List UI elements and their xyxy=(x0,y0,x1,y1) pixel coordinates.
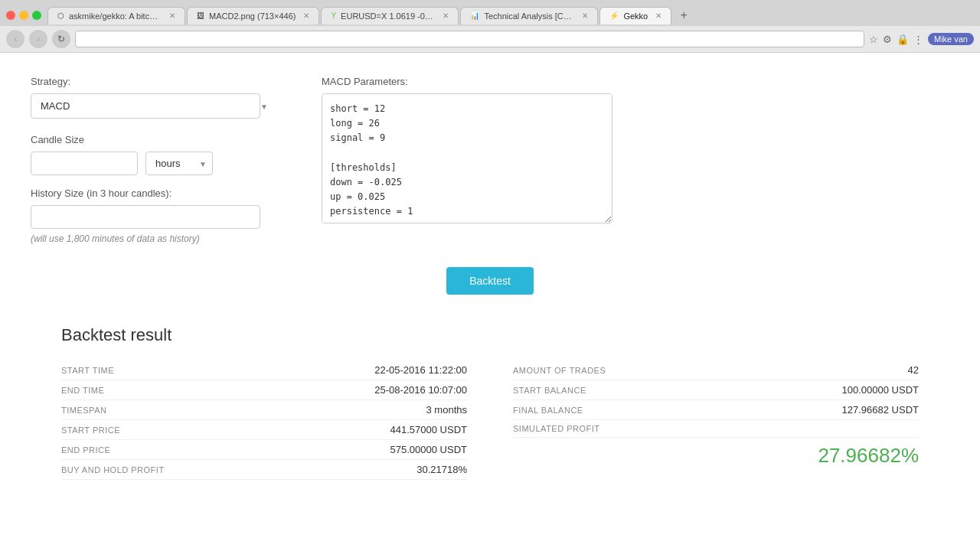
tab-close-icon[interactable]: ✕ xyxy=(443,11,449,20)
toolbar-icons: ☆ ⚙ 🔒 ⋮ Mike van xyxy=(869,33,974,45)
result-section: Backtest result START TIME 22-05-2016 11… xyxy=(31,325,949,480)
start-price-key: START PRICE xyxy=(61,425,120,435)
minimize-window-button[interactable] xyxy=(19,11,28,20)
page-content: Strategy: MACD RSI DEMA PPO StochRSI ▼ C… xyxy=(0,53,980,551)
strategy-select-arrow-icon: ▼ xyxy=(260,102,268,110)
amount-trades-value: 42 xyxy=(908,364,919,376)
strategy-select-wrapper: MACD RSI DEMA PPO StochRSI ▼ xyxy=(31,93,276,119)
candle-unit-select[interactable]: minutes hours days xyxy=(145,152,213,175)
candle-size-row: 3 minutes hours days ▼ xyxy=(31,152,276,175)
end-time-value: 25-08-2016 10:07:00 xyxy=(374,384,467,396)
final-balance-key: FINAL BALANCE xyxy=(513,406,583,415)
history-note: (will use 1,800 minutes of data as histo… xyxy=(31,233,276,244)
forward-button[interactable]: › xyxy=(29,30,47,48)
left-form: Strategy: MACD RSI DEMA PPO StochRSI ▼ C… xyxy=(31,76,276,244)
tab-close-icon[interactable]: ✕ xyxy=(303,11,309,20)
start-time-value: 22-05-2016 11:22:00 xyxy=(374,364,467,376)
browser-chrome: ⬡ askmike/gekko: A bitcoin trad... ✕ 🖼 M… xyxy=(0,0,980,53)
final-balance-value: 127.96682 USDT xyxy=(842,404,919,416)
timespan-value: 3 months xyxy=(426,404,467,416)
start-balance-key: START BALANCE xyxy=(513,386,586,395)
result-row-end-price: END PRICE 575.00000 USDT xyxy=(61,440,467,460)
tab-gekko[interactable]: ⚡ Gekko ✕ xyxy=(599,7,671,24)
address-bar-row: ‹ › ↻ localhost:3000/#/backtest ☆ ⚙ 🔒 ⋮ … xyxy=(0,26,980,52)
backtest-button[interactable]: Backtest xyxy=(446,267,534,295)
result-row-simulated-profit: SIMULATED PROFIT xyxy=(513,420,919,438)
candle-size-label: Candle Size xyxy=(31,134,276,145)
tab-github[interactable]: ⬡ askmike/gekko: A bitcoin trad... ✕ xyxy=(47,7,185,24)
address-bar-input[interactable]: localhost:3000/#/backtest xyxy=(75,31,864,47)
amount-trades-key: AMOUNT OF TRADES xyxy=(513,366,606,375)
buy-hold-profit-key: BUY AND HOLD PROFIT xyxy=(61,465,165,474)
maximize-window-button[interactable] xyxy=(32,11,41,20)
params-label: MACD Parameters: xyxy=(322,76,949,87)
start-price-value: 441.57000 USDT xyxy=(390,424,467,435)
simulated-profit-key: SIMULATED PROFIT xyxy=(513,424,600,433)
right-params: MACD Parameters: short = 12 long = 26 si… xyxy=(322,76,949,244)
buy-hold-profit-value: 30.21718% xyxy=(416,464,467,475)
params-textarea[interactable]: short = 12 long = 26 signal = 9 [thresho… xyxy=(322,93,612,223)
tab-technical-analysis[interactable]: 📊 Technical Analysis [ChartSc... ✕ xyxy=(460,7,598,24)
menu-icon[interactable]: ⋮ xyxy=(913,34,923,45)
traffic-lights xyxy=(6,11,41,20)
form-section: Strategy: MACD RSI DEMA PPO StochRSI ▼ C… xyxy=(31,76,949,244)
reload-button[interactable]: ↻ xyxy=(52,30,70,48)
new-tab-button[interactable]: + xyxy=(673,5,694,26)
result-row-end-time: END TIME 25-08-2016 10:07:00 xyxy=(61,380,467,400)
tab-close-icon[interactable]: ✕ xyxy=(655,11,662,20)
result-row-final-balance: FINAL BALANCE 127.96682 USDT xyxy=(513,400,919,420)
user-pill[interactable]: Mike van xyxy=(928,33,974,45)
result-row-start-time: START TIME 22-05-2016 11:22:00 xyxy=(61,360,467,380)
strategy-select[interactable]: MACD RSI DEMA PPO StochRSI xyxy=(31,93,260,119)
end-price-value: 575.00000 USDT xyxy=(390,444,467,455)
unit-select-wrapper: minutes hours days ▼ xyxy=(145,152,213,175)
timespan-key: TIMESPAN xyxy=(61,406,106,415)
start-time-key: START TIME xyxy=(61,366,114,375)
history-size-label: History Size (in 3 hour candles): xyxy=(31,187,276,199)
tab-bar: ⬡ askmike/gekko: A bitcoin trad... ✕ 🖼 M… xyxy=(0,0,980,26)
tab-eurusd[interactable]: Y EURUSD=X 1.0619 -0.0014 ✕ xyxy=(321,7,459,24)
result-row-start-price: START PRICE 441.57000 USDT xyxy=(61,420,467,440)
back-button[interactable]: ‹ xyxy=(6,30,24,48)
bookmark-icon[interactable]: ☆ xyxy=(869,34,878,45)
close-window-button[interactable] xyxy=(6,11,15,20)
tab-close-icon[interactable]: ✕ xyxy=(169,11,175,20)
candle-size-input[interactable]: 3 xyxy=(31,152,138,175)
result-row-amount-trades: AMOUNT OF TRADES 42 xyxy=(513,360,919,380)
settings-icon[interactable]: ⚙ xyxy=(883,34,892,45)
backtest-button-row: Backtest xyxy=(31,267,949,295)
tab-close-icon[interactable]: ✕ xyxy=(582,11,588,20)
start-balance-value: 100.00000 USDT xyxy=(842,384,919,396)
result-left-column: START TIME 22-05-2016 11:22:00 END TIME … xyxy=(61,360,467,480)
simulated-profit-display: 27.96682% xyxy=(513,444,919,468)
tab-macd[interactable]: 🖼 MACD2.png (713×446) ✕ xyxy=(187,7,319,24)
result-row-buy-hold-profit: BUY AND HOLD PROFIT 30.21718% xyxy=(61,460,467,480)
result-grid: START TIME 22-05-2016 11:22:00 END TIME … xyxy=(61,360,919,480)
result-row-start-balance: START BALANCE 100.00000 USDT xyxy=(513,380,919,400)
end-time-key: END TIME xyxy=(61,386,104,395)
end-price-key: END PRICE xyxy=(61,445,110,455)
extension-icon[interactable]: 🔒 xyxy=(897,34,909,45)
strategy-label: Strategy: xyxy=(31,76,276,87)
result-right-column: AMOUNT OF TRADES 42 START BALANCE 100.00… xyxy=(513,360,919,480)
result-row-timespan: TIMESPAN 3 months xyxy=(61,400,467,420)
result-title: Backtest result xyxy=(61,325,919,345)
history-size-input[interactable]: 10 xyxy=(31,205,260,229)
